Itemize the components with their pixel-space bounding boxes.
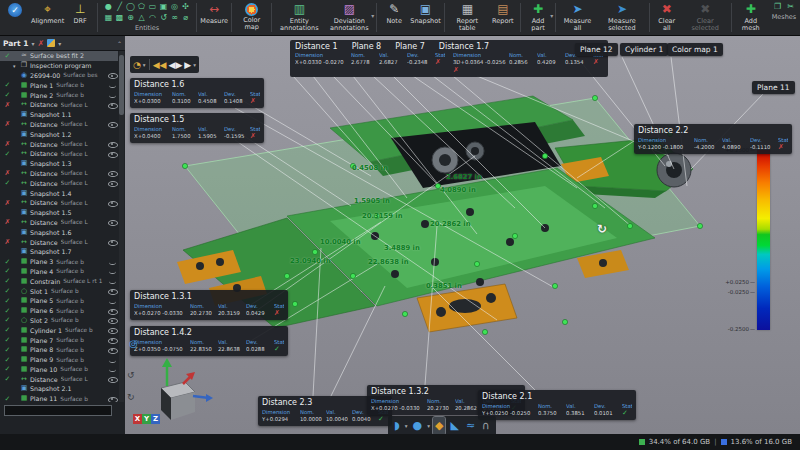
entity-shape-icon[interactable]: ▭ [147,1,158,12]
tree-row[interactable]: ✓▦Plane 1Surface b [0,80,118,90]
color-map-button[interactable]: Color map [234,0,269,35]
distance-1-6-annotation[interactable]: Distance 1.6DimensionNom.Val.Dev.StateX+… [130,78,264,108]
dropdown-caret-icon[interactable]: ▾ [405,423,408,429]
visibility-eye-icon[interactable] [106,218,118,226]
tree-row[interactable]: ✓▦Plane 10Surface b [0,365,118,375]
deviation-annotations-button[interactable]: ▨Deviation annotations▾ [324,0,374,35]
tree-row[interactable]: ✓▦Plane 6Surface b [0,306,118,316]
visibility-eye-icon[interactable] [106,326,118,334]
tree-row[interactable]: ✓▦Plane 3Surface b [0,257,118,267]
meshes-group[interactable]: ❐✂Meshes [768,0,800,35]
visibility-eye-icon[interactable] [106,140,118,148]
drf-button[interactable]: ⊥DRF [65,0,95,35]
tree-row[interactable]: ▾❒Inspection program [0,61,118,71]
visibility-eye-icon[interactable] [106,395,118,402]
part-dropdown-icon[interactable]: ▾ [31,40,34,47]
color-map-1-label[interactable]: Color map 1 [667,43,723,56]
visibility-eye-icon[interactable] [106,199,118,207]
visibility-eye-icon[interactable] [106,336,118,344]
certified-badge-button[interactable]: ✓ [0,0,30,35]
measurement-handle[interactable] [627,223,632,228]
tree-row[interactable]: ▣Snapshot 1.6 [0,227,118,237]
tree-row[interactable]: ▣Snapshot 2.1 [0,384,118,394]
tree-row[interactable]: ✓▦Plane 7Surface b [0,335,118,345]
rotate-up-icon[interactable]: ↺ [127,370,135,380]
plane-12-label[interactable]: Plane 12 [575,43,618,56]
part-color-icon[interactable] [47,39,55,47]
measurement-handle[interactable] [562,319,567,324]
plane-11-label[interactable]: Plane 11 [752,81,795,94]
entity-shape-icon[interactable]: ↺ [158,12,169,23]
measurement-handle[interactable] [542,153,547,158]
entity-shape-icon[interactable]: ∞ [169,12,180,23]
visibility-eye-icon[interactable] [106,120,118,128]
distance-1-4-2-annotation[interactable]: Distance 1.4.2DimensionNom.Val.Dev.State… [130,326,288,356]
entity-shape-icon[interactable]: ⊕ [125,12,136,23]
tree-row[interactable]: ✗↔DistanceSurface L [0,169,118,179]
tree-row[interactable]: ✓▦Plane 5Surface b [0,296,118,306]
tree-row[interactable]: ✓▦Plane 9Surface b [0,355,118,365]
visibility-eye-icon[interactable] [106,71,118,79]
object-visibility-icon[interactable]: ● [411,417,425,434]
report-table-button[interactable]: ▦Report table [447,0,488,35]
tree-row[interactable]: ✓▦Cylinder 1Surface b [0,325,118,335]
measurement-handle[interactable] [474,261,479,266]
tree-row[interactable]: ◉26994-00Surface bes [0,71,118,81]
measurement-handle[interactable] [402,311,407,316]
dropdown-caret-icon[interactable]: ▾ [143,62,146,68]
tree-row[interactable]: ✗↔DistanceSurface L [0,139,118,149]
tree-row[interactable]: ✗↔DistanceSurface L [0,237,118,247]
tree-row[interactable]: ✓▦Plane 2Surface b [0,90,118,100]
tree-filter-input[interactable] [4,405,112,416]
tree-scrollbar[interactable] [119,51,124,402]
entity-shape-icon[interactable]: ▩ [114,12,125,23]
tree-row[interactable]: ▣Snapshot 1.5 [0,208,118,218]
distance-1-5-annotation[interactable]: Distance 1.5DimensionNom.Val.Dev.StateX+… [130,113,264,143]
measurement-handle[interactable] [482,329,487,334]
tree-row[interactable]: ▣Snapshot 1.2 [0,129,118,139]
shaded-view-icon[interactable]: ◆ [433,417,445,434]
visibility-eye-icon[interactable] [106,375,118,383]
visibility-eye-icon[interactable] [106,101,118,109]
tree-row[interactable]: ✓▦Plane 8Surface b [0,345,118,355]
measurement-handle[interactable] [592,203,597,208]
tree-row[interactable]: ▣Snapshot 1.4 [0,188,118,198]
visibility-eye-icon[interactable] [106,316,118,324]
entity-shape-icon[interactable]: ✣ [180,1,191,12]
tree-row[interactable]: ✓○Slot 2Surface b [0,316,118,326]
delete-part-icon[interactable]: ✗ [38,39,45,48]
entity-shape-icon[interactable]: ⌀ [180,12,191,23]
rotate-down-icon[interactable]: ↻ [127,392,135,402]
mesh-display-icon[interactable]: ◣ [448,417,460,434]
step-forward-icon[interactable]: ◀▶ [168,57,182,73]
tree-row[interactable]: ✗↔DistanceSurface L [0,100,118,110]
dropdown-caret-icon[interactable]: ▾ [427,423,430,429]
entities-group[interactable]: ●╱◯⬠▭▣◎✣▦▩⊕△◠↺∞⌀Entities [100,0,194,35]
tree-row[interactable]: ✗↔DistanceSurface L [0,218,118,228]
distance-1-3-1-annotation[interactable]: Distance 1.3.1DimensionNom.Val.Dev.State… [130,290,288,320]
visibility-eye-icon[interactable] [106,150,118,158]
entity-shape-icon[interactable]: ◯ [125,1,136,12]
annotation-filter-icon[interactable]: ◗ [392,417,402,434]
step-back-icon[interactable]: ◀◀ [153,57,167,73]
tree-row[interactable]: ✗↔DistanceSurface L [0,120,118,130]
measure-all-button[interactable]: ➤Measure all [558,0,597,35]
measurement-handle[interactable] [292,301,297,306]
measurement-handle[interactable] [312,249,317,254]
clear-all-button[interactable]: ✖Clear all [652,0,682,35]
tree-row[interactable]: ✓▦Plane 11Surface b [0,394,118,402]
visibility-eye-icon[interactable] [106,179,118,187]
visibility-eye-icon[interactable] [106,238,118,246]
note-button[interactable]: ✎Note [379,0,409,35]
dropdown-caret-icon[interactable]: ▾ [193,62,196,68]
entity-shape-icon[interactable]: ● [103,1,114,12]
tree-row[interactable]: ✓↔DistanceSurface L [0,178,118,188]
tree-row[interactable]: ✓▦ConstrainSurface L rt 1 [0,276,118,286]
viewport-3d[interactable]: ◔▾◀◀◀▶▶▾ ◗▾●▾◆◣≈∩ XYZ ↺ ↻ ◎ ↻ Distance 1… [125,36,800,434]
selection-tool-icon[interactable]: ◔ [133,57,141,73]
visibility-eye-icon[interactable] [106,169,118,177]
measurement-handle[interactable] [512,233,517,238]
play-sequence-icon[interactable]: ▶ [184,57,191,73]
entity-shape-icon[interactable]: ✂ [784,1,797,12]
tree-row[interactable]: ✓○Slot 1Surface b [0,286,118,296]
